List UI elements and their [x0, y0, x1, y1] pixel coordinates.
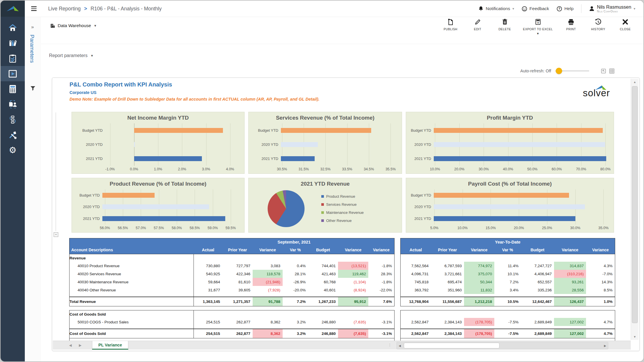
- value-cell[interactable]: 363,792: [401, 286, 431, 294]
- print-button[interactable]: PRINT: [559, 18, 583, 31]
- value-cell: 652,557: [521, 278, 554, 286]
- data-warehouse-dropdown[interactable]: Data Warehouse ▼: [50, 23, 97, 28]
- scroll-left-button[interactable]: ◀: [397, 342, 403, 349]
- edit-button[interactable]: EDIT: [465, 18, 490, 31]
- axis-tick-label: 59.0%: [208, 226, 218, 230]
- value-cell: (7,635): [338, 329, 368, 338]
- sidebar-item-library[interactable]: [1, 35, 25, 51]
- value-cell: 40,601: [308, 286, 338, 294]
- value-cell[interactable]: 254,515: [194, 318, 222, 326]
- sidebar-item-budgeting[interactable]: [1, 81, 25, 97]
- empty-cell: [308, 310, 338, 318]
- bar-budget-ytd: [434, 193, 569, 198]
- notifications-button[interactable]: Notifications ▾: [478, 6, 514, 11]
- vertical-scrollbar[interactable]: ▲ ▼: [631, 79, 639, 340]
- account-label[interactable]: 50010 COGS - Product Sales: [70, 318, 194, 326]
- value-cell[interactable]: 730,880: [194, 262, 222, 270]
- grid-view-icon[interactable]: [609, 68, 615, 74]
- sidebar-item-admin-tools[interactable]: [1, 127, 25, 142]
- chart-panel: 2021 YTD RevenueProduct RevenueServices …: [248, 178, 402, 233]
- history-button[interactable]: HISTORY: [586, 18, 611, 31]
- breadcrumb-live-reporting[interactable]: Live Reporting: [48, 6, 81, 12]
- chart-category-label: 2021 YTD: [414, 157, 431, 161]
- topbar-right: Notifications ▾ Feedback ? Help Nils Ras…: [478, 4, 643, 13]
- value-cell[interactable]: 4,096,731: [401, 270, 431, 278]
- value-cell: 695,474: [431, 278, 464, 286]
- open-in-new-icon[interactable]: [601, 68, 606, 74]
- collapse-panel-icon[interactable]: »: [31, 24, 41, 30]
- chart-category-label: 2020 YTD: [262, 142, 278, 147]
- axis-tick-label: 58.5%: [190, 226, 200, 230]
- filter-funnel-icon[interactable]: [30, 85, 41, 92]
- report-parameters-toggle[interactable]: Report parameters ▼: [49, 53, 93, 58]
- table-row: Cost of Goods Sold254,515262,8778,3623.2…: [70, 329, 394, 338]
- kpi-charts: Net Income Margin YTDBudget YTD2020 YTD2…: [72, 112, 614, 233]
- parameters-panel-title[interactable]: Parameters: [29, 35, 35, 78]
- tab-scroll-right-icon[interactable]: ▶: [76, 341, 84, 350]
- horizontal-scroll-thumb[interactable]: [404, 343, 500, 348]
- scroll-right-button[interactable]: ▶: [602, 342, 608, 349]
- column-header-variance: Variance: [464, 246, 494, 254]
- axis-tick-label: 35.0%: [598, 226, 609, 230]
- close-button[interactable]: CLOSE: [613, 18, 638, 31]
- account-label[interactable]: 40020 Services Revenue: [70, 270, 194, 278]
- value-cell[interactable]: 745,818: [401, 278, 431, 286]
- chart-title: Profit Margin YTD: [406, 112, 614, 121]
- bar-2021-ytd: [102, 216, 225, 221]
- account-label[interactable]: 40030 Maintenance Revenue: [70, 278, 194, 286]
- breadcrumb: Live Reporting > R106 - P&L - Analysis -…: [48, 6, 162, 12]
- sidebar-item-processes[interactable]: [1, 112, 25, 127]
- outline-collapse-button[interactable]: −: [54, 232, 58, 237]
- axis-tick-label: 3.0%: [202, 167, 210, 171]
- sidebar-item-home[interactable]: [1, 20, 25, 35]
- value-cell: 10.5%: [494, 297, 521, 306]
- auto-refresh-toggle[interactable]: [555, 68, 589, 74]
- value-cell[interactable]: 59,664: [194, 278, 222, 286]
- breadcrumb-separator: >: [84, 6, 87, 12]
- legend-item: Services Revenue: [321, 202, 364, 207]
- sidebar-item-collaboration[interactable]: [1, 97, 25, 112]
- export-to-excel-button[interactable]: X EXPORT TO EXCEL ▼: [519, 18, 556, 35]
- bar-budget-ytd: [102, 193, 155, 198]
- sheet-tab-bar: ◀ ▶ PL Variance ⋮ ◀ ▶: [53, 341, 631, 350]
- value-cell[interactable]: 7,562,564: [401, 262, 431, 270]
- home-icon: [8, 24, 17, 32]
- scrollbar-resize-handle[interactable]: ⋮: [388, 343, 391, 347]
- menu-icon[interactable]: [31, 6, 37, 11]
- account-label[interactable]: 40040 Other Revenue: [70, 286, 194, 294]
- delete-button[interactable]: DELETE: [492, 18, 517, 31]
- axis-tick-label: 25.0%: [542, 226, 552, 230]
- help-button[interactable]: ? Help: [557, 6, 574, 12]
- table-row: 40030 Maintenance Revenue59,66481,610(21…: [70, 278, 394, 286]
- solver-logo-mark[interactable]: [1, 1, 25, 17]
- sidebar-item-live-reporting[interactable]: [1, 66, 25, 81]
- publish-button[interactable]: PUBLISH: [438, 18, 463, 31]
- account-label[interactable]: 40010 Product Revenue: [70, 262, 194, 270]
- value-cell: 1,363,145: [194, 297, 222, 306]
- value-cell: 351,960: [431, 286, 464, 294]
- column-header-prioryear: Prior Year: [222, 246, 253, 254]
- axis-tick-label: 30.0%: [570, 226, 580, 230]
- empty-cell: [283, 310, 308, 318]
- solver-logo: solver: [578, 84, 615, 103]
- value-cell[interactable]: 540,925: [194, 270, 222, 278]
- feedback-button[interactable]: Feedback: [522, 6, 549, 12]
- scroll-down-button[interactable]: ▼: [631, 333, 639, 340]
- tab-scroll-left-icon[interactable]: ◀: [67, 341, 74, 350]
- sidebar-item-settings[interactable]: ⚙: [1, 142, 25, 158]
- user-menu[interactable]: Nils Rasmussen Nils CorpDemo ▾: [589, 4, 635, 13]
- vertical-scroll-thumb[interactable]: [632, 86, 638, 323]
- axis-tick-label: 57.0%: [136, 226, 146, 230]
- scroll-up-button[interactable]: ▲: [631, 79, 639, 85]
- value-cell[interactable]: 31,677: [194, 286, 222, 294]
- legend-label: Services Revenue: [326, 202, 357, 207]
- tab-pl-variance[interactable]: PL Variance: [92, 341, 128, 350]
- value-cell: 421,463: [308, 270, 338, 278]
- sidebar-item-tasks[interactable]: [1, 51, 25, 66]
- horizontal-scrollbar[interactable]: ◀ ▶: [397, 342, 608, 349]
- chart-category-label: Budget YTD: [258, 128, 278, 133]
- table-row: Cost of Goods Sold: [70, 310, 394, 318]
- value-cell[interactable]: 2,562,847: [401, 318, 431, 326]
- table-row: [401, 326, 615, 329]
- report-subtitle: Corporate US: [70, 90, 96, 95]
